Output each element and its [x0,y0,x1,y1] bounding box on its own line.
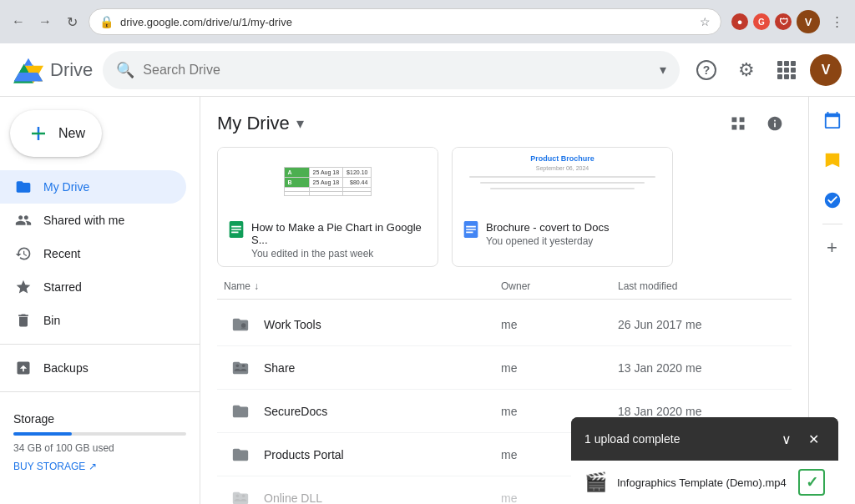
sidebar-item-backups[interactable]: Backups [0,351,186,385]
shared-folder-icon [231,315,250,334]
col-owner-header: Owner [501,280,618,292]
drive-dropdown-arrow[interactable]: ▾ [296,114,304,133]
sidebar-item-my-drive[interactable]: My Drive [0,170,186,204]
reload-button[interactable]: ↻ [60,10,83,33]
extension-shield-icon[interactable]: 🛡 [775,13,792,30]
folder-icon-2 [231,446,250,464]
products-portal-icon-cell [224,446,257,464]
add-sidebar-button[interactable]: + [816,231,849,265]
sidebar-item-recent[interactable]: Recent [0,237,186,270]
buy-storage-link[interactable]: BUY STORAGE ↗ [13,461,186,472]
sort-icon: ↓ [254,280,259,292]
header-view-icons [721,107,792,140]
keep-sidebar-button[interactable] [816,144,849,177]
extension-red-icon[interactable]: ● [731,13,748,30]
new-button-label: New [58,126,85,141]
settings-button[interactable]: ⚙ [730,53,763,87]
search-input[interactable] [143,63,651,78]
right-sidebar-divider [822,224,842,224]
products-portal-name: Products Portal [257,448,501,461]
sidebar-item-starred[interactable]: Starred [0,270,186,304]
shared-folder-icon-2 [231,359,250,377]
apps-button[interactable] [770,53,803,87]
user-avatar[interactable]: V [810,54,842,86]
buy-storage-label: BUY STORAGE [13,461,85,472]
extension-multi-icon[interactable]: G [753,13,770,30]
browser-menu-button[interactable]: ⋮ [825,10,848,33]
new-button[interactable]: New [10,110,102,157]
share-icon-cell [224,359,257,377]
recent-card-name-sheets: How to Make a Pie Chart in Google S... [251,221,428,246]
back-button[interactable]: ← [7,10,30,33]
storage-bar-fill [13,432,72,436]
docs-file-icon [463,221,479,242]
recent-card-thumb-docs: Product Brochure September 06, 2024 [453,148,672,214]
recent-card-thumb-sheets: A25 Aug 18$120.10 B25 Aug 18$80.44 [218,148,438,214]
browser-chrome: ← → ↻ 🔒 ☆ ● G 🛡 V ⋮ [0,0,855,43]
recent-card-details-sheets: How to Make a Pie Chart in Google S... Y… [251,221,428,260]
calendar-sidebar-button[interactable] [816,103,849,137]
modified-header-label: Last modified [618,280,677,292]
toast-close-button[interactable]: ✕ [802,427,825,451]
drive-title-row: My Drive ▾ [217,113,304,134]
browser-profile-icon[interactable]: V [797,10,820,33]
forward-button[interactable]: → [33,10,57,33]
toast-minimize-button[interactable]: ∨ [775,427,798,451]
recent-card-docs[interactable]: Product Brochure September 06, 2024 [452,147,673,267]
toast-status-icon: ✓ [798,469,825,496]
search-dropdown-icon[interactable]: ▾ [660,62,666,78]
toast-file-name: Infographics Template (Demo).mp4 [617,476,788,489]
securedocs-owner: me [501,405,618,418]
recent-files-section: A25 Aug 18$120.10 B25 Aug 18$80.44 [200,147,808,280]
bin-icon [13,312,33,329]
col-modified-header: Last modified [618,280,785,292]
sidebar-item-bin[interactable]: Bin [0,304,186,337]
work-tools-modified: 26 Jun 2017 me [618,318,785,331]
work-tools-icon-cell [224,315,257,334]
info-button[interactable] [758,107,792,140]
upload-toast: 1 upload complete ∨ ✕ 🎬 Infographics Tem… [571,417,838,504]
help-button[interactable]: ? [690,53,723,87]
search-icon: 🔍 [116,61,134,79]
shared-with-me-icon [13,212,33,229]
storage-bar [13,432,186,436]
toast-item: 🎬 Infographics Template (Demo).mp4 ✓ [571,461,838,504]
url-input[interactable] [120,16,693,28]
recent-card-date-docs: You opened it yesterday [486,235,662,247]
share-modified: 13 Jan 2020 me [618,361,785,375]
recent-card-details-docs: Brochure - covert to Docs You opened it … [486,221,662,247]
backups-icon [13,360,33,376]
storage-title: Storage [13,412,186,426]
recent-card-sheets[interactable]: A25 Aug 18$120.10 B25 Aug 18$80.44 [217,147,438,267]
file-row-share[interactable]: Share me 13 Jan 2020 me [217,346,792,390]
recent-card-date-sheets: You edited in the past week [251,248,428,260]
brochure-sub: September 06, 2024 [536,165,589,171]
backups-label: Backups [43,361,89,375]
recent-card-info-docs: Brochure - covert to Docs You opened it … [453,214,672,254]
storage-section: Storage 34 GB of 100 GB used BUY STORAGE… [0,399,200,479]
my-drive-label: My Drive [43,180,89,194]
search-bar[interactable]: 🔍 ▾ [103,51,680,89]
recent-card-name-docs: Brochure - covert to Docs [486,221,662,234]
col-name-header[interactable]: Name ↓ [224,280,501,292]
securedocs-modified: 18 Jan 2020 me [618,405,785,418]
sidebar-divider [0,344,200,345]
name-header-label: Name [224,280,250,292]
tasks-sidebar-button[interactable] [816,184,849,217]
sidebar-item-shared-with-me[interactable]: Shared with me [0,204,186,237]
address-bar[interactable]: 🔒 ☆ [89,8,721,35]
apps-grid-icon [777,61,796,79]
recent-label: Recent [43,247,80,260]
file-row-work-tools[interactable]: Work Tools me 26 Jun 2017 me [217,303,792,346]
recent-files-grid: A25 Aug 18$120.10 B25 Aug 18$80.44 [217,147,792,267]
drive-title: My Drive [217,113,290,134]
drive-logo[interactable]: Drive [13,57,93,83]
file-table-header: Name ↓ Owner Last modified [217,280,792,300]
grid-view-button[interactable] [721,107,755,140]
new-plus-icon [27,122,50,145]
drive-logo-icon [13,57,43,83]
shared-with-me-label: Shared with me [43,214,124,227]
bookmark-icon[interactable]: ☆ [700,15,711,28]
settings-icon: ⚙ [738,59,755,81]
work-tools-owner: me [501,318,618,331]
